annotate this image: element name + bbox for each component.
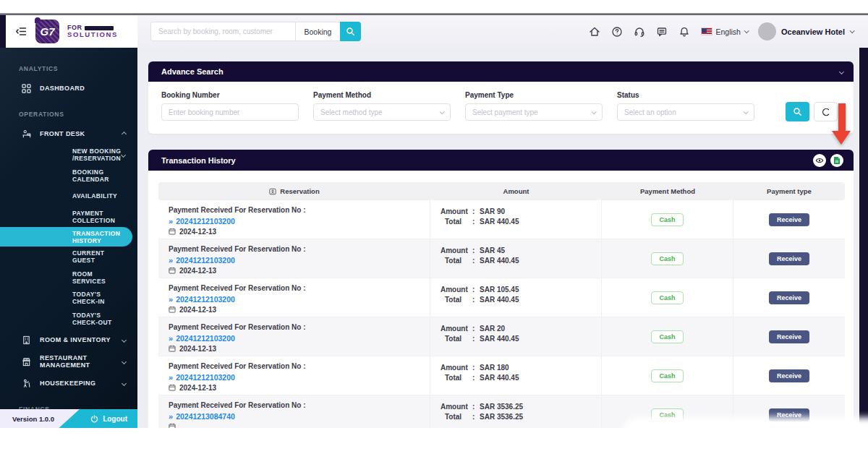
search-icon	[793, 107, 802, 116]
reservation-icon	[269, 188, 276, 195]
search-input[interactable]	[150, 22, 295, 41]
sidebar-subitem-payment-collection[interactable]: PAYMENT COLLECTION	[0, 207, 137, 228]
sidebar-item-room-inventory[interactable]: ROOM & INVENTORY	[0, 329, 137, 351]
payment-type-badge: Receive	[769, 213, 809, 226]
restaurant-icon	[21, 356, 32, 367]
table-row[interactable]: Payment Received For Reservation No : » …	[158, 395, 845, 428]
logout-button[interactable]: Logout	[90, 409, 127, 428]
link-arrow-icon: »	[169, 373, 173, 382]
row-description: Payment Received For Reservation No :	[169, 361, 424, 372]
row-description: Payment Received For Reservation No :	[169, 401, 424, 411]
chevron-down-icon	[744, 28, 749, 33]
row-total: SAR 440.45	[480, 296, 519, 304]
collapse-chevron-icon[interactable]	[839, 69, 844, 74]
payment-method-badge: Cash	[651, 252, 683, 265]
notifications-bell-icon[interactable]	[678, 25, 691, 38]
field-label: Status	[617, 91, 754, 99]
row-description: Payment Received For Reservation No :	[169, 205, 424, 215]
advance-search-submit-button[interactable]	[786, 102, 809, 121]
field-payment-type: Payment Type Select payment type	[465, 91, 603, 121]
avatar	[758, 22, 776, 40]
chevron-down-icon	[850, 28, 855, 33]
brand-logo[interactable]: G7	[35, 20, 59, 43]
row-total: SAR 440.45	[480, 374, 519, 382]
column-header-amount: Amount	[430, 187, 602, 195]
sidebar-subitem-transaction-history[interactable]: TRANSACTION HISTORY	[0, 227, 132, 247]
sidebar-subitem-booking-calendar[interactable]: BOOKING CALENDAR	[0, 166, 137, 187]
sidebar-subitem-room-services[interactable]: ROOM SERVICES	[0, 267, 137, 288]
row-amount: SAR 90	[480, 207, 505, 215]
row-total: SAR 440.45	[480, 335, 519, 343]
row-date: 2024-12-13	[179, 267, 216, 275]
sidebar-collapse-icon[interactable]	[15, 25, 27, 38]
column-header-reservation: Reservation	[158, 187, 430, 195]
help-icon[interactable]	[611, 25, 624, 38]
home-icon[interactable]	[589, 25, 601, 38]
table-row[interactable]: Payment Received For Reservation No : » …	[158, 278, 845, 317]
payment-method-select[interactable]: Select method type	[313, 103, 451, 121]
booking-number-input[interactable]	[161, 103, 299, 121]
sidebar-item-dashboard[interactable]: DASHBOARD	[0, 77, 137, 99]
global-search: Booking	[150, 22, 361, 41]
chevron-down-icon	[122, 337, 127, 342]
reservation-number-link[interactable]: 20241212103200	[176, 295, 235, 304]
topbar-right-cluster: English Oceanview Hotel	[589, 15, 854, 48]
row-description: Payment Received For Reservation No :	[169, 322, 424, 333]
payment-type-badge: Receive	[769, 408, 809, 421]
reservation-number-link[interactable]: 20241213084740	[176, 412, 235, 421]
sidebar-subitem-today-s-check-out[interactable]: TODAY'S CHECK-OUT	[0, 309, 137, 330]
sidebar-subitem-current-guest[interactable]: CURRENT GUEST	[0, 247, 137, 267]
bottom-margin	[0, 428, 868, 454]
reset-button[interactable]	[814, 102, 838, 121]
field-label: Payment Method	[313, 91, 451, 99]
link-arrow-icon: »	[169, 256, 173, 265]
support-headset-icon[interactable]	[634, 25, 646, 38]
row-amount: SAR 105.45	[480, 286, 519, 294]
transactions-table: Reservation Amount Payment Method Paymen…	[158, 182, 845, 428]
payment-method-badge: Cash	[651, 213, 683, 226]
brand-text: FOR SOLUTIONS	[67, 25, 118, 38]
search-icon	[346, 27, 355, 36]
calendar-icon	[169, 228, 176, 235]
reservation-number-link[interactable]: 20241212103200	[176, 334, 235, 343]
table-row[interactable]: Payment Received For Reservation No : » …	[158, 239, 845, 278]
search-button[interactable]	[340, 22, 361, 41]
reservation-number-link[interactable]: 20241212103200	[176, 217, 235, 226]
toggle-columns-eye-button[interactable]	[813, 154, 826, 167]
sidebar-item-housekeeping[interactable]: HOUSEKEEPING	[0, 372, 137, 394]
payment-type-badge: Receive	[769, 330, 809, 343]
reservation-number-link[interactable]: 20241212103200	[176, 256, 235, 265]
row-description: Payment Received For Reservation No :	[169, 244, 424, 254]
topbar: Booking	[137, 15, 868, 48]
table-row[interactable]: Payment Received For Reservation No : » …	[158, 200, 845, 239]
transaction-history-panel: Transaction History	[148, 150, 854, 428]
room-inventory-icon	[21, 335, 32, 346]
brand-monogram: G7	[40, 25, 54, 38]
calendar-icon	[169, 306, 176, 313]
language-selector[interactable]: English	[701, 27, 748, 36]
row-amount: SAR 3536.25	[480, 403, 523, 411]
sidebar-item-restaurant-management[interactable]: RESTAURANT MANAGEMENT	[0, 351, 137, 372]
sidebar-subitem-availability[interactable]: AVAILABILITY	[0, 186, 137, 207]
sidebar-subitem-new-booking-reservation[interactable]: NEW BOOKING /RESERVATION	[0, 145, 137, 166]
app-frame: G7 FOR SOLUTIONS Booking	[0, 15, 868, 428]
reservation-number-link[interactable]: 20241212103200	[176, 373, 235, 382]
payment-type-badge: Receive	[769, 291, 809, 304]
logout-label: Logout	[103, 415, 127, 423]
status-select[interactable]: Select an option	[617, 103, 754, 121]
account-menu[interactable]: Oceanview Hotel	[758, 22, 854, 40]
search-type-selector[interactable]: Booking	[295, 22, 340, 41]
table-row[interactable]: Payment Received For Reservation No : » …	[158, 356, 845, 395]
brand-line2: SOLUTIONS	[67, 31, 118, 38]
chat-icon[interactable]	[656, 25, 668, 38]
field-label: Payment Type	[465, 91, 603, 99]
sidebar-item-front-desk[interactable]: FRONT DESK	[0, 123, 137, 145]
link-arrow-icon: »	[169, 334, 173, 343]
export-excel-button[interactable]	[830, 154, 843, 167]
advance-search-header: Advance Search	[148, 61, 854, 82]
payment-type-select[interactable]: Select payment type	[465, 103, 603, 121]
table-row[interactable]: Payment Received For Reservation No : » …	[158, 317, 845, 356]
column-header-payment-type: Payment type	[733, 187, 845, 195]
link-arrow-icon: »	[169, 295, 173, 304]
sidebar-subitem-today-s-check-in[interactable]: TODAY'S CHECK-IN	[0, 288, 137, 309]
